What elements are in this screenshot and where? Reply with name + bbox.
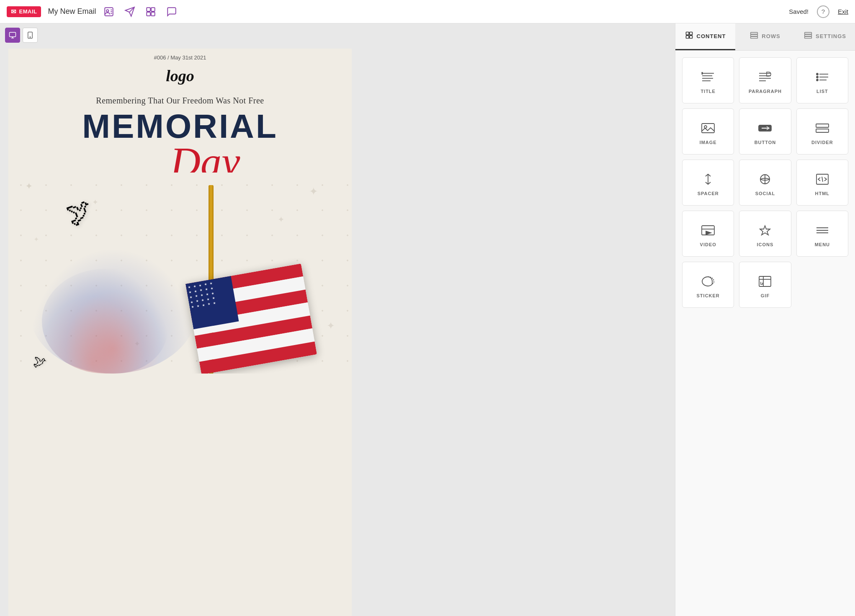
right-panel: CONTENT ROWS SETTINGS	[675, 23, 855, 616]
exit-link[interactable]: Exit	[838, 8, 848, 15]
tab-settings[interactable]: SETTINGS	[795, 23, 855, 50]
svg-rect-9	[686, 32, 689, 35]
content-item-spacer[interactable]: SPACER	[682, 160, 734, 206]
content-item-video[interactable]: VIDEO	[682, 211, 734, 257]
svg-rect-51	[759, 276, 771, 286]
button-icon	[757, 122, 773, 137]
gif-label: GIF	[761, 293, 770, 298]
html-icon	[815, 173, 830, 188]
svg-rect-6	[10, 32, 16, 37]
content-item-list[interactable]: LIST	[796, 57, 848, 103]
html-label: HTML	[815, 191, 830, 196]
dove2-image: 🕊	[32, 354, 47, 371]
content-item-divider[interactable]: DIVIDER	[796, 108, 848, 155]
svg-rect-12	[689, 36, 692, 39]
svg-rect-38	[816, 124, 829, 127]
content-tab-icon	[685, 31, 693, 41]
svg-point-1	[107, 10, 109, 12]
svg-rect-4	[147, 12, 151, 16]
svg-point-28	[816, 73, 818, 75]
paragraph-icon	[757, 71, 773, 85]
content-item-gif[interactable]: GIF	[739, 262, 791, 308]
email-logo: logo	[8, 64, 352, 92]
svg-rect-18	[805, 36, 812, 38]
svg-point-32	[816, 79, 818, 81]
menu-label: MENU	[815, 242, 830, 247]
svg-rect-13	[751, 32, 758, 34]
tab-rows-label: ROWS	[762, 33, 780, 39]
content-item-menu[interactable]: MENU	[796, 211, 848, 257]
tab-content[interactable]: CONTENT	[675, 23, 735, 50]
memorial-image: ✦ ✦ ✦ ✦ ✦ ✦ ✦	[8, 173, 352, 374]
contacts-button[interactable]	[101, 4, 117, 20]
tab-settings-label: SETTINGS	[816, 33, 846, 39]
desktop-view-button[interactable]	[5, 28, 20, 43]
social-icon	[757, 173, 773, 188]
svg-point-30	[816, 76, 818, 78]
image-label: IMAGE	[700, 140, 717, 145]
button-label: BUTTON	[755, 140, 776, 145]
title-icon	[700, 71, 716, 85]
svg-rect-15	[751, 36, 758, 38]
list-icon	[815, 71, 830, 85]
svg-rect-17	[805, 34, 812, 36]
image-icon	[700, 122, 716, 137]
device-toolbar	[5, 28, 38, 43]
svg-rect-39	[816, 129, 829, 132]
canvas-area: #006 / May 31st 2021 logo Remembering Th…	[0, 23, 675, 616]
tab-rows[interactable]: ROWS	[735, 23, 795, 50]
icons-label: ICONS	[757, 242, 774, 247]
divider-label: DIVIDER	[811, 140, 833, 145]
settings-tab-icon	[804, 31, 812, 41]
sticker-icon	[700, 275, 716, 290]
grid-button[interactable]	[143, 4, 159, 20]
svg-rect-34	[702, 124, 714, 133]
saved-status: Saved!	[789, 8, 809, 15]
email-canvas: #006 / May 31st 2021 logo Remembering Th…	[8, 49, 352, 616]
content-item-sticker[interactable]: STICKER	[682, 262, 734, 308]
svg-rect-16	[805, 32, 812, 34]
rows-tab-icon	[750, 31, 758, 41]
content-item-button[interactable]: BUTTON	[739, 108, 791, 155]
content-item-paragraph[interactable]: PARAGRAPH	[739, 57, 791, 103]
svg-rect-2	[147, 8, 151, 11]
tab-content-label: CONTENT	[697, 33, 726, 39]
email-date: #006 / May 31st 2021	[8, 49, 352, 64]
content-item-title[interactable]: TITLE	[682, 57, 734, 103]
content-grid: TITLE PARAGRAPH	[675, 51, 855, 616]
paragraph-label: PARAGRAPH	[749, 89, 782, 94]
list-label: LIST	[816, 89, 828, 94]
content-item-html[interactable]: HTML	[796, 160, 848, 206]
topbar: ✉ EMAIL My New Email Saved! ?	[0, 0, 855, 23]
svg-point-8	[30, 37, 31, 38]
comments-button[interactable]	[164, 4, 180, 20]
svg-rect-3	[152, 8, 155, 11]
spacer-label: SPACER	[698, 191, 719, 196]
svg-point-35	[704, 126, 707, 128]
menu-icon	[815, 224, 830, 239]
video-label: VIDEO	[700, 242, 716, 247]
email-badge-label: EMAIL	[19, 8, 37, 15]
title-label: TITLE	[700, 89, 716, 94]
memorial-header: Remembering That Our Freedom Was Not Fre…	[8, 92, 352, 181]
svg-line-44	[822, 177, 823, 182]
mobile-view-button[interactable]	[23, 28, 38, 43]
content-item-social[interactable]: SOCIAL	[739, 160, 791, 206]
panel-tabs: CONTENT ROWS SETTINGS	[675, 23, 855, 51]
svg-marker-47	[706, 231, 711, 235]
video-icon	[700, 224, 716, 239]
icons-icon	[757, 224, 773, 239]
content-item-icons[interactable]: ICONS	[739, 211, 791, 257]
project-title: My New Email	[48, 7, 96, 16]
content-item-image[interactable]: IMAGE	[682, 108, 734, 155]
svg-rect-11	[686, 36, 689, 39]
gif-icon	[757, 275, 773, 290]
remembering-text: Remembering That Our Freedom Was Not Fre…	[17, 96, 343, 106]
svg-rect-10	[689, 32, 692, 35]
divider-icon	[815, 122, 830, 137]
help-button[interactable]: ?	[817, 5, 829, 18]
spacer-icon	[700, 173, 716, 188]
send-button[interactable]	[122, 4, 138, 20]
svg-rect-14	[751, 34, 758, 36]
sticker-label: STICKER	[697, 293, 720, 298]
